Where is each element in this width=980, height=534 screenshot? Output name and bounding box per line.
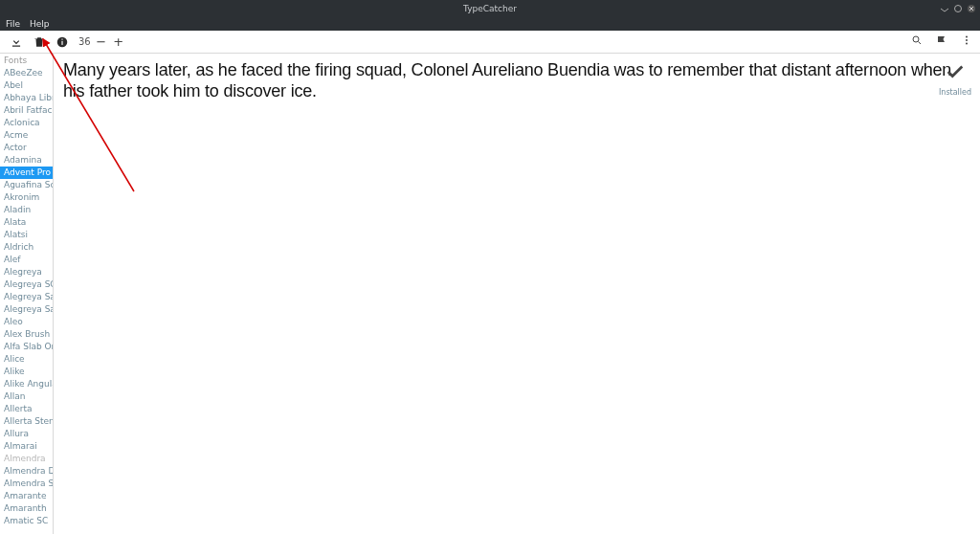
font-item[interactable]: Almendra Display (0, 465, 53, 478)
trash-icon[interactable] (31, 33, 48, 51)
menubar: File Help (0, 17, 980, 31)
font-item[interactable]: Alegreya Sans SC (0, 303, 53, 316)
download-icon[interactable] (8, 33, 25, 51)
font-sidebar: Fonts ABeeZeeAbelAbhaya LibreAbril Fatfa… (0, 54, 54, 534)
svg-line-6 (919, 42, 922, 45)
font-item[interactable]: Alex Brush (0, 328, 53, 341)
font-item[interactable]: Akronim (0, 191, 53, 204)
font-item[interactable]: Allerta Stencil (0, 415, 53, 428)
font-item[interactable]: Alegreya Sans (0, 291, 53, 303)
menu-file[interactable]: File (6, 19, 20, 29)
svg-point-9 (966, 43, 968, 45)
font-item[interactable]: Amaranth (0, 502, 53, 515)
font-item[interactable]: Almendra SC (0, 478, 53, 490)
window-controls (940, 4, 976, 13)
install-status-label: Installed (938, 88, 972, 97)
font-item[interactable]: Abhaya Libre (0, 92, 53, 104)
font-item[interactable]: Allan (0, 390, 53, 403)
font-size-value[interactable]: 36 (78, 36, 91, 47)
font-item[interactable]: Amarante (0, 490, 53, 502)
font-item[interactable]: Allerta (0, 403, 53, 415)
font-item[interactable]: Alike Angular (0, 378, 53, 390)
font-item[interactable]: Allura (0, 428, 53, 440)
svg-point-0 (955, 6, 962, 12)
font-item[interactable]: Almarai (0, 440, 53, 453)
font-item[interactable]: Amatic SC (0, 515, 53, 527)
svg-rect-4 (61, 38, 62, 39)
zoom-in-button[interactable]: + (112, 34, 125, 49)
font-item[interactable]: Abel (0, 79, 53, 92)
font-item[interactable]: Advent Pro (0, 167, 53, 179)
svg-rect-3 (61, 40, 62, 44)
check-icon (938, 61, 972, 86)
kebab-menu-icon[interactable] (961, 34, 972, 49)
font-item[interactable]: Aladin (0, 204, 53, 216)
font-item[interactable]: Acme (0, 129, 53, 142)
svg-point-5 (913, 36, 919, 42)
font-item[interactable]: Alegreya (0, 266, 53, 278)
maximize-icon[interactable] (953, 4, 963, 13)
font-item[interactable]: Aclonica (0, 117, 53, 129)
font-item[interactable]: Alatsi (0, 229, 53, 241)
preview-text: Many years later, as he faced the firing… (63, 59, 953, 101)
report-icon[interactable] (936, 34, 947, 49)
font-item[interactable]: Alike (0, 366, 53, 378)
font-item[interactable]: Alegreya SC (0, 278, 53, 291)
minimize-icon[interactable] (940, 4, 949, 13)
font-item[interactable]: Aleo (0, 316, 53, 328)
info-icon[interactable] (54, 33, 71, 51)
font-item[interactable]: Alata (0, 216, 53, 229)
close-icon[interactable] (967, 4, 976, 13)
font-item[interactable]: Aldrich (0, 241, 53, 254)
font-item[interactable]: ABeeZee (0, 67, 53, 79)
install-status: Installed (938, 61, 972, 97)
window-titlebar: TypeCatcher (0, 0, 980, 17)
font-item[interactable]: Adamina (0, 154, 53, 167)
toolbar: 36 − + (0, 31, 980, 54)
zoom-out-button[interactable]: − (95, 34, 108, 49)
font-item[interactable]: Alice (0, 353, 53, 366)
main-area: Fonts ABeeZeeAbelAbhaya LibreAbril Fatfa… (0, 54, 980, 534)
menu-help[interactable]: Help (30, 19, 50, 29)
font-item[interactable]: Actor (0, 142, 53, 154)
font-item[interactable]: Almendra (0, 453, 53, 465)
font-list[interactable]: ABeeZeeAbelAbhaya LibreAbril FatfaceAclo… (0, 67, 53, 534)
search-icon[interactable] (911, 34, 923, 49)
font-item[interactable]: Alef (0, 254, 53, 266)
svg-point-7 (966, 36, 968, 38)
font-item[interactable]: Alfa Slab One (0, 341, 53, 353)
font-item[interactable]: Abril Fatface (0, 104, 53, 117)
sidebar-header: Fonts (0, 54, 53, 67)
window-title: TypeCatcher (463, 4, 517, 13)
svg-point-8 (966, 39, 968, 41)
font-item[interactable]: Aguafina Script (0, 179, 53, 191)
preview-pane: Many years later, as he faced the firing… (54, 54, 980, 534)
